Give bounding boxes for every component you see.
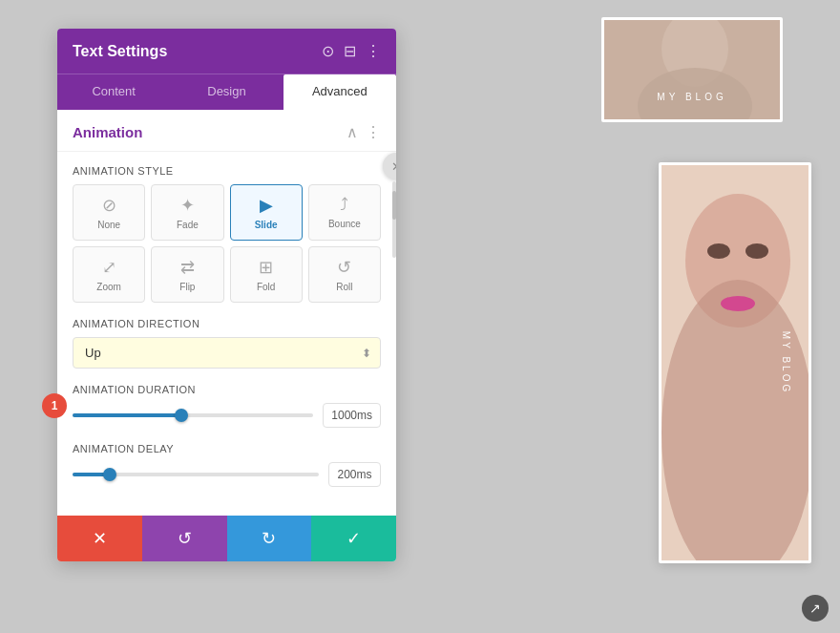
svg-point-8 [721, 296, 755, 311]
blog-card-top: MY BLOG [601, 17, 783, 122]
bounce-icon: ⤴ [340, 195, 348, 215]
panel-title: Text Settings [73, 43, 167, 60]
animation-style-section: Animation Style ⊘ None ✦ Fade ▶ Slide [73, 165, 381, 303]
settings-panel: Text Settings ⊙ ⊟ ⋮ Content Design Advan… [57, 29, 396, 561]
blog-card-top-text: MY BLOG [604, 92, 780, 102]
duration-value: 1000ms [323, 403, 381, 428]
cancel-button[interactable]: ✕ [57, 516, 142, 561]
form-content: Animation Style ⊘ None ✦ Fade ▶ Slide [57, 152, 396, 516]
flip-icon: ⇄ [180, 257, 195, 278]
animation-duration-label: Animation Duration [73, 384, 381, 395]
blog-card-bottom: MY BLOG [659, 162, 811, 563]
panel-toolbar: ✕ ↺ ↻ ✓ [57, 516, 396, 561]
layout-icon[interactable]: ⊟ [344, 42, 356, 60]
panel-header: Text Settings ⊙ ⊟ ⋮ [57, 29, 396, 74]
style-btn-fade[interactable]: ✦ Fade [151, 184, 223, 241]
duration-slider-thumb[interactable] [175, 409, 188, 422]
panel-header-icons: ⊙ ⊟ ⋮ [322, 42, 381, 60]
tabs: Content Design Advanced [57, 74, 396, 110]
delay-slider-track[interactable] [73, 473, 319, 476]
svg-point-6 [707, 243, 730, 259]
blog-card-bottom-text: MY BLOG [781, 331, 791, 394]
duration-slider-container: 1000ms [73, 403, 381, 428]
style-btn-bounce[interactable]: ⤴ Bounce [308, 184, 381, 241]
tab-advanced[interactable]: Advanced [284, 74, 396, 110]
tab-content[interactable]: Content [57, 74, 170, 110]
close-x-icon: ✕ [391, 159, 397, 174]
animation-duration-section: Animation Duration 1000ms [73, 384, 381, 428]
cancel-icon: ✕ [93, 528, 107, 549]
style-btn-slide[interactable]: ▶ Slide [230, 184, 303, 241]
step-badge-number: 1 [52, 399, 58, 412]
more-icon[interactable]: ⋮ [366, 42, 381, 60]
animation-style-grid: ⊘ None ✦ Fade ▶ Slide ⤴ Bounce [73, 184, 381, 303]
fade-icon: ✦ [180, 195, 195, 216]
slide-icon: ▶ [260, 195, 273, 216]
collapse-icon[interactable]: ∧ [346, 123, 358, 141]
section-title: Animation [73, 124, 142, 140]
section-more-icon[interactable]: ⋮ [366, 123, 381, 141]
reset-icon: ↺ [178, 528, 192, 549]
animation-direction-section: Animation Direction Up Down Left Right C… [73, 318, 381, 369]
style-btn-flip[interactable]: ⇄ Flip [151, 246, 223, 303]
focus-icon[interactable]: ⊙ [322, 42, 334, 60]
save-icon: ✓ [346, 528, 361, 549]
bottom-arrow-icon[interactable]: ↗ [802, 595, 829, 622]
duration-slider-fill [73, 413, 181, 417]
section-header: Animation ∧ ⋮ [57, 110, 396, 152]
panel-body: Animation ∧ ⋮ Animation Style ⊘ None ✦ F… [57, 110, 396, 516]
panel-scrollbar[interactable] [392, 181, 396, 258]
arrow-icon: ↗ [809, 601, 821, 616]
blog-card-bottom-image: MY BLOG [662, 165, 808, 560]
style-btn-none[interactable]: ⊘ None [73, 184, 145, 241]
section-actions: ∧ ⋮ [346, 123, 381, 141]
svg-point-7 [746, 243, 768, 259]
delay-value: 200ms [328, 462, 381, 487]
scrollbar-thumb [392, 191, 396, 220]
direction-select[interactable]: Up Down Left Right Center [73, 337, 381, 369]
redo-icon: ↻ [262, 528, 276, 549]
animation-direction-label: Animation Direction [73, 318, 381, 329]
direction-select-wrapper: Up Down Left Right Center ⬍ [73, 337, 381, 369]
style-btn-fold[interactable]: ⊞ Fold [230, 246, 303, 303]
animation-delay-label: Animation Delay [73, 443, 381, 454]
roll-icon: ↺ [337, 257, 351, 278]
style-btn-roll[interactable]: ↺ Roll [308, 246, 381, 303]
redo-button[interactable]: ↻ [227, 516, 312, 561]
save-button[interactable]: ✓ [311, 516, 396, 561]
reset-button[interactable]: ↺ [142, 516, 227, 561]
animation-style-label: Animation Style [73, 165, 381, 177]
blog-card-top-image: MY BLOG [604, 20, 780, 119]
delay-slider-container: 200ms [73, 462, 381, 487]
zoom-icon: ⤢ [102, 257, 116, 278]
duration-slider-track[interactable] [73, 413, 313, 417]
none-icon: ⊘ [102, 195, 116, 216]
step-badge: 1 [42, 393, 67, 418]
tab-design[interactable]: Design [170, 74, 283, 110]
delay-slider-thumb[interactable] [103, 468, 116, 481]
animation-delay-section: Animation Delay 200ms [73, 443, 381, 487]
style-btn-zoom[interactable]: ⤢ Zoom [73, 246, 145, 303]
fold-icon: ⊞ [259, 257, 273, 278]
